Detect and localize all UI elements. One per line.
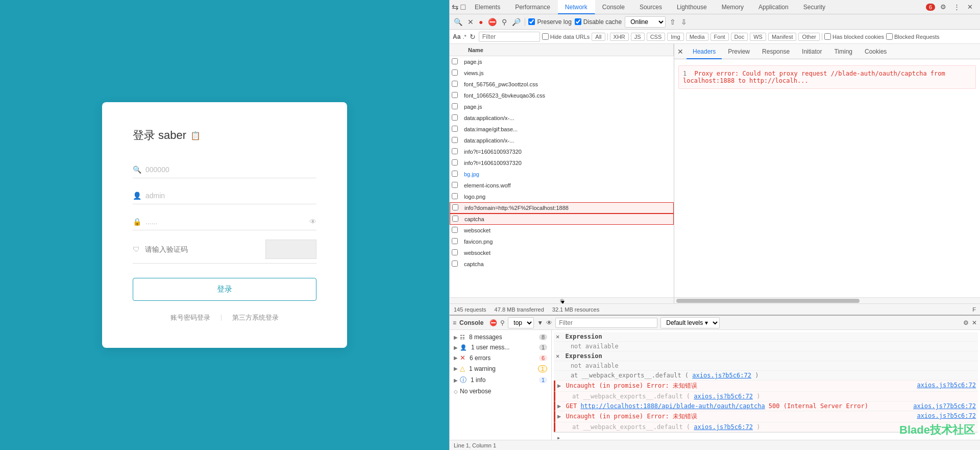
list-item-captcha[interactable]: captcha [450,214,674,225]
list-item[interactable]: data:application/x-... [450,112,674,124]
console-sidebar-verbose[interactable]: ◇ No verbose [450,386,551,396]
filter-xhr[interactable]: XHR [610,33,629,41]
blocked-requests-wrap[interactable]: Blocked Requests [886,33,940,40]
captcha-image[interactable] [265,240,316,259]
disable-cache-checkbox-label[interactable]: Disable cache [575,18,622,26]
list-item[interactable]: font_567566_pwc3oottzol.css [450,79,674,90]
console-sidebar-info[interactable]: ▶ ⓘ 1 info 1 [450,374,551,386]
close-icon-1[interactable]: ✕ [556,333,559,340]
tab-initiator[interactable]: Initiator [796,44,828,59]
tab-console[interactable]: Console [595,0,632,14]
copy-icon[interactable]: 📋 [190,131,201,140]
filter-css[interactable]: CSS [647,33,666,41]
axios-link-1[interactable]: axios.js?b5c6:72 [692,372,751,379]
tab-preview[interactable]: Preview [722,44,756,59]
hide-data-urls-checkbox-wrap[interactable]: Hide data URLs [542,33,590,40]
filter-input[interactable] [479,32,540,42]
text-size-button[interactable]: Aa [453,33,460,40]
list-item[interactable]: page.js [450,101,674,112]
tab-sources[interactable]: Sources [632,0,670,14]
filter-font[interactable]: Font [710,33,729,41]
get-error-expand[interactable]: ▶ [557,402,561,410]
console-input[interactable] [564,434,975,440]
filter-manifest[interactable]: Manifest [768,33,797,41]
list-item[interactable]: websocket [450,225,674,236]
tab-elements[interactable]: Elements [468,0,508,14]
search-close-button[interactable]: ✕ [467,17,475,27]
console-close-button[interactable]: ✕ [972,319,977,326]
tab-lighthouse[interactable]: Lighthouse [670,0,715,14]
list-item[interactable]: element-icons.woff [450,180,674,191]
third-login-link[interactable]: 第三方系统登录 [232,313,279,322]
regex-button[interactable]: .* [462,34,466,40]
console-settings-button[interactable]: ⚙ [963,319,969,326]
more-options-button[interactable]: ⋮ [951,2,962,12]
captcha-input[interactable] [145,245,260,253]
filter-all[interactable]: All [592,33,605,41]
console-filter-button[interactable]: ⚲ [500,319,505,326]
console-main[interactable]: ✕ Expression not available ✕ Expression … [552,330,980,440]
account-login-link[interactable]: 账号密码登录 [170,313,210,322]
console-clear-button[interactable]: ⛔ [489,319,497,326]
list-item[interactable]: views.js [450,67,674,79]
detail-close-button[interactable]: ✕ [674,48,687,56]
console-sidebar-warnings[interactable]: ▶ △ 1 warning 1 [450,363,551,374]
filter-media[interactable]: Media [686,33,708,41]
tab-application[interactable]: Application [751,0,796,14]
has-blocked-cookies-wrap[interactable]: Has blocked cookies [824,33,884,40]
list-item[interactable]: logo.png [450,191,674,202]
password-input[interactable] [145,218,309,226]
error-expand-1[interactable]: ▶ [557,382,561,389]
filter-js[interactable]: JS [631,33,645,41]
network-list-body[interactable]: page.js views.js font_567566_pwc3oottzol… [450,56,674,297]
error-expand-3[interactable]: ▶ [557,413,561,420]
disable-cache-checkbox[interactable] [575,18,581,25]
search-network-button[interactable]: 🔎 [511,17,522,27]
close-icon-2[interactable]: ✕ [556,352,559,360]
hide-data-urls-checkbox[interactable] [542,33,549,40]
get-error-url[interactable]: http://localhost:1888/api/blade-auth/oau… [580,402,765,410]
list-item[interactable]: captcha [450,258,674,270]
eye-icon[interactable]: 👁 [309,218,316,226]
tab-network[interactable]: Network [558,0,595,14]
console-sidebar-user-messages[interactable]: ▶ 👤 1 user mess... 1 [450,342,551,352]
list-item[interactable]: data:image/gif:base... [450,124,674,135]
tab-cookies[interactable]: Cookies [859,44,893,59]
axios-link-4[interactable]: axios.js?7b5c6:72 [913,402,976,410]
admin-input[interactable] [145,192,316,200]
tab-headers[interactable]: Headers [687,44,722,59]
search-toggle-button[interactable]: 🔍 [453,17,463,27]
top-context-select[interactable]: top [508,317,534,328]
toggle-arrows[interactable]: ⇆ □ [452,2,465,12]
reload-button[interactable]: ↻ [469,32,477,42]
list-item[interactable]: page.js [450,56,674,67]
has-blocked-cookies-checkbox[interactable] [824,33,831,40]
filter-img[interactable]: Img [667,33,683,41]
blocked-requests-checkbox[interactable] [886,33,893,40]
export-button[interactable]: ⇩ [680,17,688,27]
preserve-log-checkbox[interactable] [528,18,535,25]
list-scrollbar[interactable]: ▼ [450,297,674,303]
list-item[interactable]: font_1066523_6bvkeuqao36.css [450,90,674,101]
console-sidebar-errors[interactable]: ▶ ✕ 6 errors 6 [450,352,551,363]
filter-icon-button[interactable]: ⚲ [501,17,508,27]
username-input[interactable] [145,165,316,174]
record-button[interactable]: ● [478,17,484,27]
tab-memory[interactable]: Memory [715,0,751,14]
preserve-log-checkbox-label[interactable]: Preserve log [528,18,571,26]
login-button[interactable]: 登录 [133,278,316,301]
list-item[interactable]: bg.jpg [450,169,674,180]
console-dropdown-button[interactable]: ▼ [537,319,543,326]
axios-link-2[interactable]: axios.js?b5c6:72 [917,382,976,389]
console-eye-button[interactable]: 👁 [546,319,552,326]
list-item[interactable]: data:application/x-... [450,135,674,146]
throttling-dropdown[interactable]: Online Slow 3G Fast 3G Offline [625,16,666,28]
list-item-error-1[interactable]: info?domain=http:%2F%2Flocalhost:1888 [450,202,674,214]
scroll-arrow-down[interactable]: ▼ [560,299,564,303]
tab-performance[interactable]: Performance [508,0,558,14]
filter-doc[interactable]: Doc [731,33,748,41]
import-button[interactable]: ⇧ [669,17,677,27]
clear-button[interactable]: ⛔ [487,17,498,27]
close-devtools-button[interactable]: ✕ [965,2,975,12]
list-item[interactable]: websocket [450,247,674,258]
